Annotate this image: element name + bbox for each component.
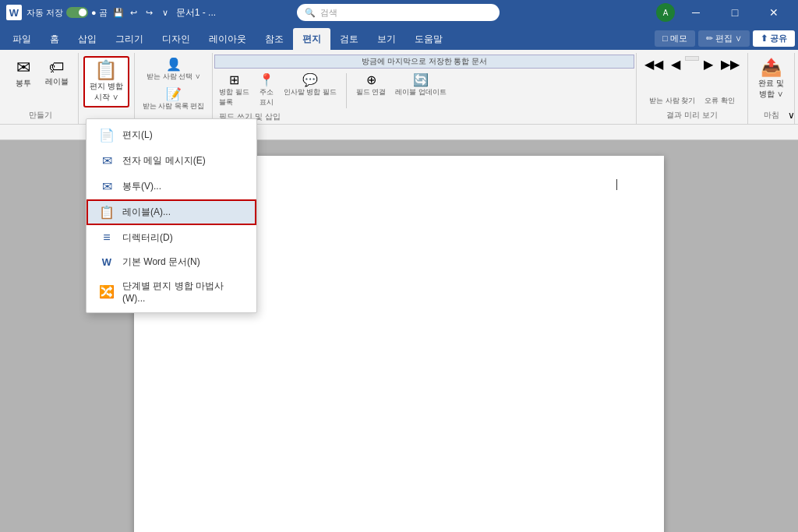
redo-icon[interactable]: ↪ bbox=[143, 6, 156, 19]
merge-start-content: 📋 편지 병합시작 ∨ bbox=[83, 55, 129, 121]
share-button[interactable]: ⬆ 공유 bbox=[753, 30, 795, 47]
email-icon: ✉ bbox=[99, 153, 115, 168]
menu-item-directory-label: 디렉터리(D) bbox=[122, 231, 173, 245]
menu-item-letter-label: 편지(L) bbox=[122, 129, 153, 142]
prev-record-icon: ◀◀ bbox=[644, 58, 663, 71]
tab-reference[interactable]: 참조 bbox=[256, 28, 293, 50]
next-record-icon: ▶▶ bbox=[721, 58, 740, 71]
menu-item-label-label: 레이블(A)... bbox=[122, 206, 171, 219]
tab-review[interactable]: 검토 bbox=[330, 28, 368, 50]
search-placeholder: 검색 bbox=[320, 7, 337, 19]
tab-design[interactable]: 디자인 bbox=[153, 28, 200, 50]
word-logo: W bbox=[6, 5, 22, 20]
menu-item-wizard-label: 단계별 편지 병합 마법사(W)... bbox=[122, 280, 244, 304]
titlebar-right: A ─ □ ✕ bbox=[656, 0, 792, 25]
menu-item-wizard[interactable]: 🔀 단계별 편지 병합 마법사(W)... bbox=[87, 274, 256, 309]
tab-home[interactable]: 홈 bbox=[41, 28, 69, 50]
merge-start-button[interactable]: 📋 편지 병합시작 ∨ bbox=[83, 56, 129, 107]
group-result-preview: ◀◀ ◀ ▶ ▶▶ 받는 사람 찾기 오류 확인 결과 미리 보기 bbox=[637, 53, 748, 124]
divider1 bbox=[346, 73, 347, 108]
edit-button[interactable]: ✏ 편집 ∨ bbox=[698, 30, 750, 47]
edit-recipient-button[interactable]: 📝 받는 사람 목록 편집 bbox=[139, 86, 208, 114]
next-record-button[interactable]: ▶▶ bbox=[718, 56, 743, 73]
save-icon[interactable]: 💾 bbox=[112, 6, 125, 19]
next-button[interactable]: ▶ bbox=[701, 56, 716, 73]
letter-icon: 📄 bbox=[99, 128, 115, 143]
maximize-button[interactable]: □ bbox=[717, 0, 753, 25]
field-insert-icon: ⊕ bbox=[366, 74, 376, 86]
title-bar: W 자동 저장 ● 곰 💾 ↩ ↪ ∨ 문서1 - ... 🔍 검색 A ─ □… bbox=[0, 0, 798, 25]
tab-file[interactable]: 파일 bbox=[3, 28, 41, 50]
prev-icon: ◀ bbox=[671, 58, 680, 71]
group-merge-start: 📋 편지 병합시작 ∨ bbox=[79, 53, 135, 124]
field-insert-button[interactable]: ⊕ 필드 연결 bbox=[353, 72, 390, 110]
field-write-label: 필드 쓰기 및 삽입 bbox=[213, 111, 636, 124]
finish-label: 마침 bbox=[764, 110, 779, 122]
menu-item-word-doc[interactable]: W 기본 Word 문서(N) bbox=[87, 250, 256, 274]
greeting-merge-icon: 💬 bbox=[302, 74, 318, 86]
menu-item-letter[interactable]: 📄 편지(L) bbox=[87, 122, 256, 148]
check-error-button[interactable]: 오류 확인 bbox=[701, 93, 738, 108]
merge-field-block-button[interactable]: ⊞ 병합 필드블록 bbox=[216, 72, 252, 110]
select-recipient-button[interactable]: 👤 받는 사람 선택 ∨ bbox=[139, 56, 208, 84]
menu-item-label[interactable]: 📋 레이블(A)... bbox=[87, 199, 256, 225]
greeting-merge-button[interactable]: 💬 인사말 병합 필드 bbox=[281, 72, 340, 110]
next-icon: ▶ bbox=[704, 58, 713, 71]
minimize-button[interactable]: ─ bbox=[678, 0, 714, 25]
ribbon-expand-button[interactable]: ∨ bbox=[788, 110, 795, 121]
address-display-button[interactable]: 📍 주소표시 bbox=[256, 72, 277, 110]
directory-icon: ≡ bbox=[99, 231, 115, 245]
record-number bbox=[685, 56, 699, 61]
autosave-label: 자동 저장 ● 곰 bbox=[26, 7, 108, 19]
menu-item-email-label: 전자 메일 메시지(E) bbox=[122, 154, 206, 167]
create-buttons: ✉ 봉투 🏷 레이블 bbox=[8, 55, 73, 110]
group-create-label: 만들기 bbox=[29, 110, 52, 122]
result-preview-content: ◀◀ ◀ ▶ ▶▶ bbox=[641, 55, 743, 92]
field-buttons-area: ⊞ 병합 필드블록 📍 주소표시 💬 인사말 병합 필드 ⊕ 필드 연결 🔄 레… bbox=[213, 70, 636, 111]
group-create: ✉ 봉투 🏷 레이블 만들기 bbox=[3, 53, 79, 124]
prev-record-button[interactable]: ◀◀ bbox=[641, 56, 666, 73]
field-section-header: 방금에 마지막으로 저장한 통합 문서 bbox=[214, 55, 634, 69]
tab-layout[interactable]: 레이아웃 bbox=[200, 28, 256, 50]
menu-item-envelope[interactable]: ✉ 봉투(V)... bbox=[87, 174, 256, 199]
word-doc-icon: W bbox=[99, 256, 115, 268]
dropdown-menu: 📄 편지(L) ✉ 전자 메일 메시지(E) ✉ 봉투(V)... 📋 레이블(… bbox=[86, 118, 257, 313]
autosave-toggle[interactable] bbox=[66, 7, 88, 18]
menu-item-directory[interactable]: ≡ 디렉터리(D) bbox=[87, 225, 256, 250]
finish-content: 📤 완료 및병합 ∨ bbox=[754, 55, 789, 110]
recipient-content: 👤 받는 사람 선택 ∨ 📝 받는 사람 목록 편집 bbox=[139, 55, 208, 121]
tab-insert[interactable]: 삽입 bbox=[69, 28, 106, 50]
find-recipient-button[interactable]: 받는 사람 찾기 bbox=[646, 93, 698, 108]
label-update-button[interactable]: 🔄 레이블 업데이트 bbox=[392, 72, 450, 110]
tab-view[interactable]: 보기 bbox=[368, 28, 405, 50]
ribbon: ✉ 봉투 🏷 레이블 만들기 📋 편지 병합시작 ∨ 👤 받는 사람 선택 bbox=[0, 50, 798, 125]
label-menu-icon: 📋 bbox=[99, 205, 115, 220]
menu-item-email[interactable]: ✉ 전자 메일 메시지(E) bbox=[87, 148, 256, 174]
wizard-icon: 🔀 bbox=[99, 284, 115, 299]
tab-mailing[interactable]: 편지 bbox=[293, 28, 330, 50]
envelope-button[interactable]: ✉ 봉투 bbox=[8, 56, 39, 92]
tab-help[interactable]: 도움말 bbox=[405, 28, 452, 50]
label-button[interactable]: 🏷 레이블 bbox=[41, 56, 73, 90]
search-box[interactable]: 🔍 검색 bbox=[297, 4, 500, 21]
address-display-icon: 📍 bbox=[259, 74, 274, 86]
memo-button[interactable]: □ 메모 bbox=[655, 30, 695, 47]
undo-icon[interactable]: ↩ bbox=[128, 6, 140, 19]
finish-icon: 📤 bbox=[761, 59, 782, 76]
label-update-icon: 🔄 bbox=[413, 74, 429, 86]
doc-name: 문서1 - ... bbox=[176, 6, 216, 19]
merge-field-block-icon: ⊞ bbox=[229, 74, 239, 86]
prev-button[interactable]: ◀ bbox=[668, 56, 683, 73]
recipient-stack: 👤 받는 사람 선택 ∨ 📝 받는 사람 목록 편집 bbox=[139, 56, 208, 114]
menu-item-envelope-label: 봉투(V)... bbox=[122, 180, 161, 193]
user-avatar[interactable]: A bbox=[656, 3, 675, 22]
ribbon-tabs: 파일 홈 삽입 그리기 디자인 레이아웃 참조 편지 검토 보기 도움말 □ 메… bbox=[0, 25, 798, 50]
user-initial: A bbox=[663, 9, 669, 17]
customize-icon[interactable]: ∨ bbox=[159, 6, 171, 19]
toolbar-icons: 💾 ↩ ↪ ∨ bbox=[112, 6, 171, 19]
select-recipient-icon: 👤 bbox=[166, 58, 182, 71]
envelope-icon: ✉ bbox=[16, 59, 30, 76]
finish-button[interactable]: 📤 완료 및병합 ∨ bbox=[754, 56, 789, 103]
close-button[interactable]: ✕ bbox=[756, 0, 792, 25]
tab-draw[interactable]: 그리기 bbox=[106, 28, 153, 50]
